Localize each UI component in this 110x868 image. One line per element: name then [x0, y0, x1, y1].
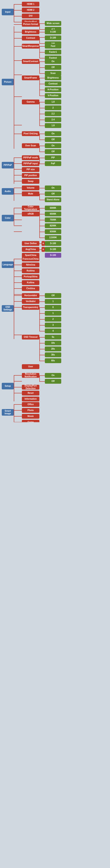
widescreen-node[interactable]: Wide screen — [45, 21, 61, 26]
line — [14, 26, 14, 149]
resnotif-node[interactable]: Resolution Notification — [22, 373, 39, 378]
line — [39, 46, 45, 46]
line — [39, 296, 45, 296]
pipposition-node[interactable]: PIP position — [22, 173, 39, 178]
osd-settings-node[interactable]: OSD Settings — [2, 305, 14, 312]
user-node[interactable]: User — [22, 364, 39, 369]
po-on-node: On — [45, 131, 61, 136]
srgb-node[interactable]: sRGB — [22, 212, 39, 216]
swap-node[interactable]: Swap — [22, 179, 39, 184]
line — [14, 22, 22, 22]
line — [39, 302, 45, 302]
line — [14, 157, 22, 158]
ot20s-node: 20s — [45, 346, 61, 351]
line — [39, 200, 45, 200]
setup-node[interactable]: Setup — [2, 383, 14, 390]
smartframe-node[interactable]: SmartFrame — [22, 75, 39, 80]
line — [14, 96, 22, 97]
rustina-node[interactable]: Ruštína — [22, 269, 39, 273]
line — [14, 265, 22, 265]
game-node[interactable]: Game — [22, 420, 39, 422]
ct6500-node: 6500K — [45, 212, 61, 216]
sf-hpos-node: H-Position — [45, 87, 61, 92]
pip-pap-node[interactable]: PIP/PaP — [2, 162, 14, 168]
overscan-node[interactable]: Over Scan — [22, 143, 39, 148]
line — [14, 175, 22, 176]
g22-node: 2.2 — [45, 111, 61, 116]
line — [39, 43, 45, 44]
dvi-node[interactable]: DVI — [22, 13, 39, 19]
line — [39, 58, 45, 58]
line — [39, 146, 40, 152]
line — [14, 10, 22, 10]
userdefine-node[interactable]: User Define — [22, 241, 39, 246]
dpdetach-node[interactable]: DisplayPort Detection — [22, 385, 39, 390]
sc-scan-node: Scan — [45, 71, 61, 76]
hdmi2-node[interactable]: HDMI 2 — [22, 8, 39, 12]
line — [39, 238, 45, 238]
photo-node[interactable]: Photo — [22, 408, 39, 413]
input-node[interactable]: Input — [2, 9, 14, 15]
nemcina-node[interactable]: Němčina — [22, 262, 39, 267]
line — [14, 416, 22, 416]
cinstina-node[interactable]: Čínština — [22, 286, 39, 291]
line — [39, 214, 45, 214]
information-node[interactable]: Information — [22, 397, 39, 401]
picture-node[interactable]: Picture — [2, 79, 14, 85]
pipmode-node[interactable]: PIP/PaP mode — [22, 155, 39, 160]
brightness-node[interactable]: Brightness — [22, 30, 39, 34]
mute-node[interactable]: Mute — [22, 191, 39, 196]
ct7500-node: 7500K — [45, 217, 61, 222]
contrast-node[interactable]: Contrast — [22, 36, 39, 40]
line — [14, 294, 22, 294]
line — [39, 313, 45, 314]
picture-format-node[interactable]: Picture format — [22, 22, 39, 27]
osdtimeout-node[interactable]: OSD Timeout — [22, 335, 39, 340]
os-off-node: Off — [45, 149, 61, 154]
tree-diagram: Input HDMI 1 HDMI 2 DVI DisplayPort Pict… — [0, 0, 110, 422]
smartresponse-node[interactable]: SmartResponse — [22, 44, 39, 49]
line — [14, 46, 22, 46]
line — [14, 16, 22, 17]
smartcontrast-node[interactable]: SmartContrast — [22, 59, 39, 64]
pixel-orbiting-node[interactable]: Pixel Orb1ing — [22, 131, 39, 136]
hdmi1-node[interactable]: HDMI 1 — [22, 2, 39, 6]
smart-image-node[interactable]: Smart Image — [2, 409, 14, 415]
francouschina-node[interactable]: FrancousChina — [22, 257, 39, 261]
line — [39, 375, 45, 376]
line — [14, 169, 22, 169]
line — [14, 188, 14, 201]
pipsize-node[interactable]: PIP size — [22, 167, 39, 172]
line — [14, 335, 22, 335]
line — [39, 84, 45, 84]
line — [14, 208, 14, 225]
vol-on-node: On — [45, 186, 61, 190]
line — [14, 375, 22, 376]
line — [14, 4, 22, 5]
vertical-node[interactable]: Vertikální — [22, 299, 39, 304]
line — [39, 108, 45, 108]
movie-node[interactable]: Movie — [22, 414, 39, 419]
line — [14, 307, 22, 308]
po-off-node: Off — [45, 137, 61, 142]
language-node[interactable]: Language — [2, 261, 14, 268]
colortemp-node[interactable]: Color Temperature — [22, 206, 39, 211]
pipinput-node[interactable]: PIP/PaP input — [22, 161, 39, 166]
gamma-node[interactable]: Gamma — [22, 99, 39, 104]
v-1-node: 1 — [45, 299, 61, 304]
audio-node[interactable]: Audio — [2, 188, 14, 195]
color-node[interactable]: Color — [2, 215, 14, 221]
transparency-node[interactable]: Transparentný — [22, 305, 39, 310]
line — [39, 102, 45, 102]
line — [39, 319, 45, 319]
volume-node[interactable]: Volume — [22, 186, 39, 190]
portugustina-node[interactable]: PortuqúStína — [22, 274, 39, 279]
line — [39, 343, 45, 343]
angchina-node[interactable]: AngChina — [22, 247, 39, 252]
kultina-node[interactable]: Kultína — [22, 280, 39, 285]
horizontal-node[interactable]: Horizontální — [22, 293, 39, 298]
office-node[interactable]: Office — [22, 402, 39, 407]
contrast-d100-node: D-100 — [45, 35, 61, 40]
reset-node[interactable]: Reset — [22, 391, 39, 396]
line — [39, 126, 45, 126]
